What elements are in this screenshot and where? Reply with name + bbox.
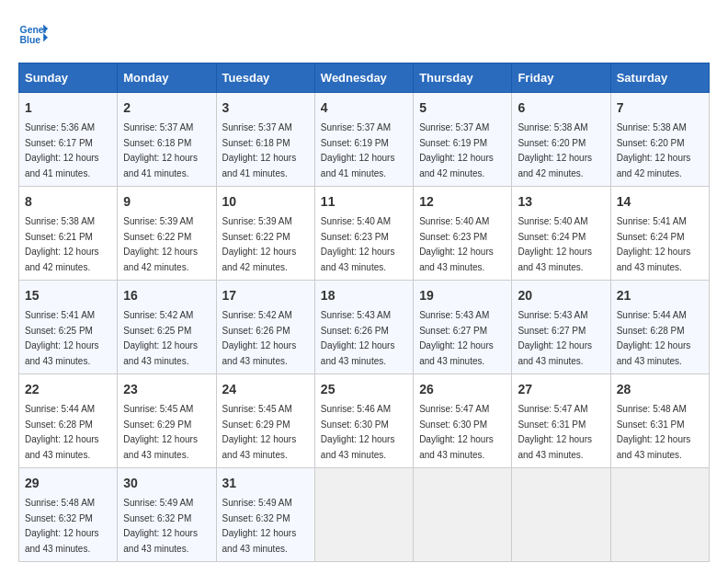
calendar-week-2: 8Sunrise: 5:38 AMSunset: 6:21 PMDaylight… — [19, 187, 710, 281]
table-row: 18Sunrise: 5:43 AMSunset: 6:26 PMDayligh… — [314, 281, 413, 374]
day-info: Sunrise: 5:39 AMSunset: 6:22 PMDaylight:… — [123, 216, 198, 272]
day-number: 26 — [419, 380, 506, 399]
day-number: 15 — [25, 286, 111, 305]
day-info: Sunrise: 5:44 AMSunset: 6:28 PMDaylight:… — [617, 310, 691, 366]
day-number: 20 — [518, 286, 604, 305]
day-info: Sunrise: 5:45 AMSunset: 6:29 PMDaylight:… — [123, 404, 198, 460]
table-row: 13Sunrise: 5:40 AMSunset: 6:24 PMDayligh… — [512, 187, 610, 281]
page-header: General Blue — [18, 18, 710, 48]
table-row — [314, 468, 413, 562]
table-row — [414, 468, 512, 562]
day-info: Sunrise: 5:46 AMSunset: 6:30 PMDaylight:… — [321, 404, 395, 460]
day-number: 18 — [321, 286, 407, 305]
day-header-monday: Monday — [118, 63, 216, 93]
day-info: Sunrise: 5:40 AMSunset: 6:23 PMDaylight:… — [321, 216, 395, 272]
day-number: 7 — [617, 98, 703, 118]
table-row: 28Sunrise: 5:48 AMSunset: 6:31 PMDayligh… — [610, 374, 709, 468]
day-info: Sunrise: 5:43 AMSunset: 6:27 PMDaylight:… — [419, 310, 494, 366]
day-number: 4 — [321, 98, 407, 118]
table-row: 15Sunrise: 5:41 AMSunset: 6:25 PMDayligh… — [19, 281, 118, 374]
table-row: 16Sunrise: 5:42 AMSunset: 6:25 PMDayligh… — [118, 281, 216, 374]
day-info: Sunrise: 5:38 AMSunset: 6:20 PMDaylight:… — [617, 122, 691, 178]
day-number: 29 — [25, 474, 111, 493]
table-row: 23Sunrise: 5:45 AMSunset: 6:29 PMDayligh… — [118, 374, 216, 468]
table-row: 24Sunrise: 5:45 AMSunset: 6:29 PMDayligh… — [216, 374, 314, 468]
day-info: Sunrise: 5:44 AMSunset: 6:28 PMDaylight:… — [25, 404, 99, 460]
day-info: Sunrise: 5:49 AMSunset: 6:32 PMDaylight:… — [123, 498, 198, 554]
table-row: 8Sunrise: 5:38 AMSunset: 6:21 PMDaylight… — [19, 187, 118, 281]
day-number: 10 — [222, 192, 309, 212]
calendar-header-row: SundayMondayTuesdayWednesdayThursdayFrid… — [19, 63, 710, 93]
day-number: 5 — [419, 98, 506, 118]
table-row: 7Sunrise: 5:38 AMSunset: 6:20 PMDaylight… — [610, 93, 709, 187]
day-info: Sunrise: 5:47 AMSunset: 6:31 PMDaylight:… — [518, 404, 592, 460]
day-number: 16 — [123, 286, 210, 305]
table-row: 4Sunrise: 5:37 AMSunset: 6:19 PMDaylight… — [314, 93, 413, 187]
table-row: 3Sunrise: 5:37 AMSunset: 6:18 PMDaylight… — [216, 93, 314, 187]
day-info: Sunrise: 5:42 AMSunset: 6:25 PMDaylight:… — [123, 310, 198, 366]
day-info: Sunrise: 5:38 AMSunset: 6:20 PMDaylight:… — [518, 122, 592, 178]
day-number: 1 — [25, 98, 111, 118]
day-info: Sunrise: 5:37 AMSunset: 6:18 PMDaylight:… — [123, 122, 198, 178]
day-header-tuesday: Tuesday — [216, 63, 314, 93]
day-info: Sunrise: 5:48 AMSunset: 6:31 PMDaylight:… — [617, 404, 691, 460]
day-info: Sunrise: 5:41 AMSunset: 6:25 PMDaylight:… — [25, 310, 99, 366]
day-info: Sunrise: 5:47 AMSunset: 6:30 PMDaylight:… — [419, 404, 494, 460]
day-info: Sunrise: 5:39 AMSunset: 6:22 PMDaylight:… — [222, 216, 297, 272]
table-row: 1Sunrise: 5:36 AMSunset: 6:17 PMDaylight… — [19, 93, 118, 187]
table-row: 17Sunrise: 5:42 AMSunset: 6:26 PMDayligh… — [216, 281, 314, 374]
day-number: 12 — [419, 192, 506, 212]
logo-icon: General Blue — [18, 18, 48, 48]
day-header-thursday: Thursday — [414, 63, 512, 93]
day-number: 27 — [518, 380, 604, 399]
table-row: 10Sunrise: 5:39 AMSunset: 6:22 PMDayligh… — [216, 187, 314, 281]
table-row: 14Sunrise: 5:41 AMSunset: 6:24 PMDayligh… — [610, 187, 709, 281]
table-row: 29Sunrise: 5:48 AMSunset: 6:32 PMDayligh… — [19, 468, 118, 562]
day-info: Sunrise: 5:37 AMSunset: 6:18 PMDaylight:… — [222, 122, 297, 178]
day-number: 25 — [321, 380, 407, 399]
logo: General Blue — [18, 18, 53, 48]
table-row: 19Sunrise: 5:43 AMSunset: 6:27 PMDayligh… — [414, 281, 512, 374]
day-info: Sunrise: 5:45 AMSunset: 6:29 PMDaylight:… — [222, 404, 297, 460]
day-info: Sunrise: 5:43 AMSunset: 6:27 PMDaylight:… — [518, 310, 592, 366]
calendar-week-4: 22Sunrise: 5:44 AMSunset: 6:28 PMDayligh… — [19, 374, 710, 468]
day-number: 28 — [617, 380, 703, 399]
table-row: 31Sunrise: 5:49 AMSunset: 6:32 PMDayligh… — [216, 468, 314, 562]
day-number: 8 — [25, 192, 111, 212]
day-number: 19 — [419, 286, 506, 305]
table-row: 20Sunrise: 5:43 AMSunset: 6:27 PMDayligh… — [512, 281, 610, 374]
table-row — [512, 468, 610, 562]
day-number: 6 — [518, 98, 604, 118]
day-info: Sunrise: 5:40 AMSunset: 6:23 PMDaylight:… — [419, 216, 494, 272]
day-info: Sunrise: 5:41 AMSunset: 6:24 PMDaylight:… — [617, 216, 691, 272]
calendar-table: SundayMondayTuesdayWednesdayThursdayFrid… — [18, 63, 710, 562]
calendar-week-3: 15Sunrise: 5:41 AMSunset: 6:25 PMDayligh… — [19, 281, 710, 374]
day-number: 30 — [123, 474, 210, 493]
table-row: 25Sunrise: 5:46 AMSunset: 6:30 PMDayligh… — [314, 374, 413, 468]
table-row: 12Sunrise: 5:40 AMSunset: 6:23 PMDayligh… — [414, 187, 512, 281]
day-info: Sunrise: 5:37 AMSunset: 6:19 PMDaylight:… — [419, 122, 494, 178]
day-number: 31 — [222, 474, 309, 493]
day-number: 11 — [321, 192, 407, 212]
table-row: 30Sunrise: 5:49 AMSunset: 6:32 PMDayligh… — [118, 468, 216, 562]
calendar-week-1: 1Sunrise: 5:36 AMSunset: 6:17 PMDaylight… — [19, 93, 710, 187]
day-number: 17 — [222, 286, 309, 305]
day-number: 9 — [123, 192, 210, 212]
table-row: 6Sunrise: 5:38 AMSunset: 6:20 PMDaylight… — [512, 93, 610, 187]
table-row: 5Sunrise: 5:37 AMSunset: 6:19 PMDaylight… — [414, 93, 512, 187]
day-info: Sunrise: 5:36 AMSunset: 6:17 PMDaylight:… — [25, 122, 99, 178]
day-number: 22 — [25, 380, 111, 399]
calendar-body: 1Sunrise: 5:36 AMSunset: 6:17 PMDaylight… — [19, 93, 710, 562]
day-header-sunday: Sunday — [19, 63, 118, 93]
day-info: Sunrise: 5:40 AMSunset: 6:24 PMDaylight:… — [518, 216, 592, 272]
day-header-friday: Friday — [512, 63, 610, 93]
day-info: Sunrise: 5:37 AMSunset: 6:19 PMDaylight:… — [321, 122, 395, 178]
table-row: 26Sunrise: 5:47 AMSunset: 6:30 PMDayligh… — [414, 374, 512, 468]
day-header-wednesday: Wednesday — [314, 63, 413, 93]
day-header-saturday: Saturday — [610, 63, 709, 93]
day-number: 3 — [222, 98, 309, 118]
table-row: 27Sunrise: 5:47 AMSunset: 6:31 PMDayligh… — [512, 374, 610, 468]
table-row: 11Sunrise: 5:40 AMSunset: 6:23 PMDayligh… — [314, 187, 413, 281]
day-info: Sunrise: 5:38 AMSunset: 6:21 PMDaylight:… — [25, 216, 99, 272]
table-row: 22Sunrise: 5:44 AMSunset: 6:28 PMDayligh… — [19, 374, 118, 468]
